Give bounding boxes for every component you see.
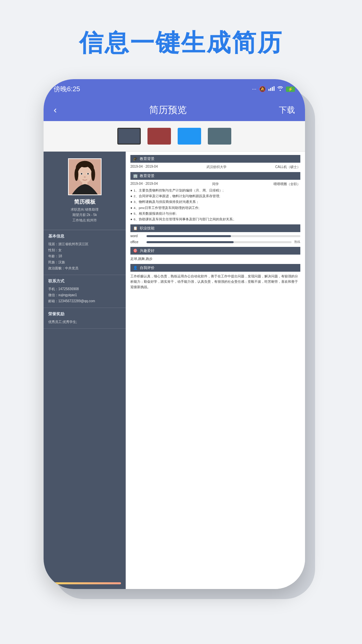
back-button[interactable]: ‹ [54, 105, 57, 115]
main-resume-content: 🎓 教育背景 2019-04 · 2019-04 武汉纺织大学 CALL机（硕士… [126, 152, 305, 589]
bullet-1: ●2、合同评审及订单跟进，物料计划与物料跟踪及库存管理; [130, 194, 300, 199]
bullet-5: ●6、协助课长及车间主任管理车间事务及部门与部门之间的良好关系;. [130, 217, 300, 222]
hobbies-text: 足球,跳舞,跑步 [130, 257, 300, 261]
edu2-position: 喂喂喂圈（全职） [274, 182, 300, 186]
bullet-3: ●4、pmc日常工作管理及车间助理的培训工作; [130, 205, 300, 210]
bullet-4: ●5、相关数据报表统计与分析; [130, 211, 300, 216]
basic-info-section: 基本信息 现居：浙江省杭州市滨江区 性别：女 年龄：18 民族：汉族 政治面貌：… [44, 230, 126, 275]
bullet-0: ●1、主要负责物料控制与生产计划的编排（月、周、日排程）; [130, 188, 300, 193]
skills-header: 📋 职业技能 [130, 224, 300, 232]
edu2-icon: 🏢 [133, 174, 138, 178]
contact-items: 手机：14725836908 微信：xujingyiqao1 邮箱：123456… [48, 286, 121, 304]
color-swatches [44, 121, 305, 152]
bullet-2: ●3、物料请购及与供应商保持良好沟通关系； [130, 199, 300, 204]
skill-word-fill [146, 235, 231, 237]
awards-title: 荣誉奖励 [48, 311, 121, 317]
edu1-degree: CALL机（硕士） [275, 165, 300, 169]
resume-subtitle: 求职意向:销售助理 期望月薪:2k - 5k 工作地点:杭州市 [71, 207, 99, 223]
skill-office-label: office [130, 240, 144, 244]
bell-icon: 🔕 [259, 86, 266, 92]
skill-office: office 熟练 [130, 240, 300, 244]
skill-word: word [130, 234, 300, 238]
basic-info-items: 现居：浙江省杭州市滨江区 性别：女 年龄：18 民族：汉族 政治面貌：中共党员 [48, 241, 121, 271]
svg-rect-0 [268, 89, 269, 91]
battery-icon: ⚡ [286, 87, 295, 92]
edu1-title: 教育背景 [140, 156, 155, 161]
edu2-title: 教育背景 [140, 173, 155, 178]
edu2-date: 2019-04 · 2019-04 [130, 182, 158, 186]
resume-name: 简历模板 [74, 199, 96, 206]
nav-title: 简历预览 [149, 104, 187, 116]
swatch-red[interactable] [147, 128, 171, 145]
skill-office-level: 熟练 [294, 240, 300, 244]
phone-frame: 傍晚6:25 ··· 🔕 [44, 79, 305, 589]
svg-rect-2 [272, 87, 273, 91]
status-time: 傍晚6:25 [54, 85, 80, 94]
skill-office-bar [146, 241, 292, 243]
self-eval-title: 自我评价 [140, 265, 155, 270]
hobbies-icon: 🎯 [133, 249, 138, 253]
skills-icon: 📋 [133, 226, 138, 230]
basic-info-title: 基本信息 [48, 233, 121, 239]
edu2-header: 🏢 教育背景 [130, 172, 300, 180]
svg-point-15 [84, 176, 86, 178]
svg-point-14 [87, 173, 89, 175]
svg-point-13 [81, 173, 82, 175]
sidebar-bottom-bar [48, 582, 121, 584]
skill-word-bar [146, 235, 300, 237]
nav-bar: ‹ 简历预览 下载 [44, 99, 305, 121]
swatch-dark-blue[interactable] [117, 128, 141, 145]
skills-title: 职业技能 [140, 226, 155, 231]
swatch-teal[interactable] [208, 128, 231, 145]
edu1-date: 2019-04 · 2019-04 [130, 165, 158, 169]
wifi-icon [277, 86, 283, 92]
edu2-bullets: ●1、主要负责物料控制与生产计划的编排（月、周、日排程）; ●2、合同评审及订单… [130, 188, 300, 222]
skill-office-fill [146, 241, 234, 243]
avatar [68, 158, 102, 195]
svg-point-9 [91, 168, 95, 181]
status-bar: 傍晚6:25 ··· 🔕 [44, 79, 305, 99]
signal-dots-icon: ··· [252, 86, 256, 92]
download-button[interactable]: 下载 [279, 105, 295, 115]
edu1-icon: 🎓 [133, 157, 138, 161]
swatch-blue[interactable] [178, 128, 201, 145]
page-title: 信息一键生成简历 [79, 27, 283, 59]
avatar-section: 简历模板 求职意向:销售助理 期望月薪:2k - 5k 工作地点:杭州市 [44, 152, 126, 230]
awards-text: 优秀员工;优秀学生; [48, 319, 121, 325]
signal-icon [268, 86, 275, 92]
self-eval-header: 👤 自我评价 [130, 264, 300, 272]
edu1-details: 2019-04 · 2019-04 武汉纺织大学 CALL机（硕士） [130, 165, 300, 169]
self-eval-text: 工作积极认真，细心负责，熟练运用办公自动化软件，善于在工作中提出问题，发现问题，… [130, 274, 300, 290]
edu1-header: 🎓 教育背景 [130, 155, 300, 163]
hobbies-header: 🎯 兴趣爱好 [130, 247, 300, 255]
phone-mockup: 傍晚6:25 ··· 🔕 [44, 79, 318, 609]
self-eval-icon: 👤 [133, 266, 138, 270]
resume-sidebar: 简历模板 求职意向:销售助理 期望月薪:2k - 5k 工作地点:杭州市 基本信… [44, 152, 126, 589]
contact-title: 联系方式 [48, 278, 121, 284]
hobbies-title: 兴趣爱好 [140, 248, 155, 253]
resume-body: 简历模板 求职意向:销售助理 期望月薪:2k - 5k 工作地点:杭州市 基本信… [44, 152, 305, 589]
awards-section: 荣誉奖励 优秀员工;优秀学生; [44, 308, 126, 329]
skill-word-label: word [130, 234, 144, 238]
svg-rect-1 [270, 88, 271, 91]
edu2-company: 同学 [212, 182, 219, 186]
svg-point-8 [74, 168, 78, 181]
contact-section: 联系方式 手机：14725836908 微信：xujingyiqao1 邮箱：1… [44, 275, 126, 308]
edu2-details: 2019-04 · 2019-04 同学 喂喂喂圈（全职） [130, 182, 300, 186]
svg-point-10 [79, 161, 90, 167]
edu1-school: 武汉纺织大学 [206, 165, 227, 169]
svg-rect-3 [274, 86, 275, 91]
status-icons: ··· 🔕 ⚡ [252, 86, 295, 92]
